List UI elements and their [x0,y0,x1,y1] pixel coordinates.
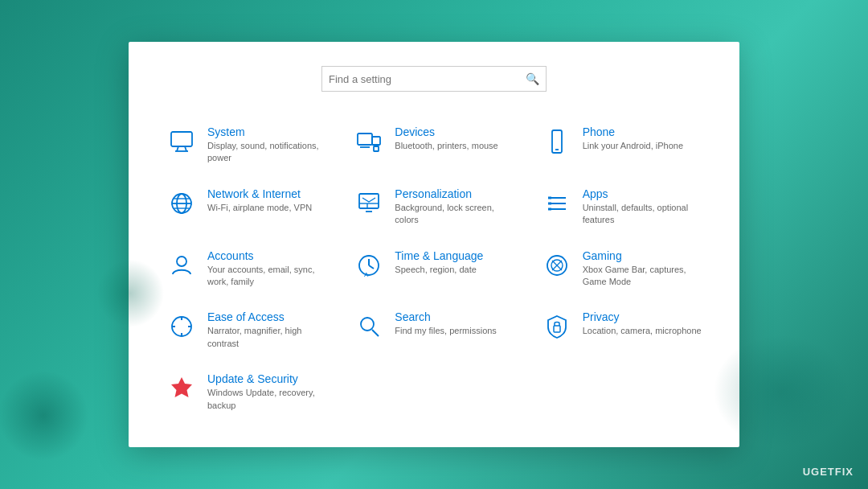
setting-title-personalization: Personalization [395,187,514,200]
setting-item-search[interactable]: SearchFind my files, permissions [340,299,527,361]
system-icon [166,125,198,158]
setting-item-privacy[interactable]: PrivacyLocation, camera, microphone [528,299,715,361]
svg-rect-4 [358,134,372,145]
setting-title-system: System [207,125,327,138]
setting-desc-personalization: Background, lock screen, colors [395,202,514,227]
svg-point-25 [177,257,186,266]
setting-desc-gaming: Xbox Game Bar, captures, Game Mode [583,264,702,289]
setting-item-apps[interactable]: AppsUninstall, defaults, optional featur… [528,176,715,238]
setting-item-ease[interactable]: Ease of AccessNarrator, magnifier, high … [153,299,340,361]
setting-text-ease: Ease of AccessNarrator, magnifier, high … [207,310,327,350]
setting-title-network: Network & Internet [207,187,312,200]
setting-desc-system: Display, sound, notifications, power [207,140,327,165]
setting-text-personalization: PersonalizationBackground, lock screen, … [395,187,514,227]
setting-item-personalization[interactable]: PersonalizationBackground, lock screen, … [340,176,527,238]
apps-icon [541,187,573,220]
setting-desc-privacy: Location, camera, microphone [583,325,702,337]
setting-item-devices[interactable]: DevicesBluetooth, printers, mouse [340,114,527,176]
setting-text-search: SearchFind my files, permissions [395,310,497,337]
setting-title-gaming: Gaming [583,249,702,262]
accounts-icon [166,249,198,281]
svg-rect-7 [374,146,379,151]
setting-text-privacy: PrivacyLocation, camera, microphone [583,310,702,337]
svg-rect-5 [372,137,380,145]
svg-text:A: A [364,271,369,278]
setting-title-accounts: Accounts [207,249,327,262]
setting-title-time: Time & Language [395,249,483,262]
svg-rect-15 [359,194,379,208]
setting-desc-update: Windows Update, recovery, backup [207,387,327,412]
search-icon [353,310,385,343]
setting-desc-search: Find my files, permissions [395,325,497,337]
setting-desc-network: Wi-Fi, airplane mode, VPN [207,202,312,214]
setting-title-apps: Apps [583,187,702,200]
setting-desc-devices: Bluetooth, printers, mouse [395,140,497,152]
setting-title-privacy: Privacy [583,310,702,323]
setting-item-phone[interactable]: PhoneLink your Android, iPhone [528,114,715,176]
time-icon: A [353,249,385,281]
network-icon [166,187,198,220]
svg-point-39 [361,318,374,331]
svg-rect-0 [171,132,192,146]
setting-text-system: SystemDisplay, sound, notifications, pow… [207,125,327,165]
watermark: UGETFIX [803,466,854,478]
svg-line-28 [369,265,374,269]
setting-desc-accounts: Your accounts, email, sync, work, family [207,264,327,289]
setting-text-devices: DevicesBluetooth, printers, mouse [395,125,497,152]
privacy-icon [541,310,573,343]
search-bar-container: 🔍 [153,66,715,92]
setting-title-ease: Ease of Access [207,310,327,323]
setting-title-search: Search [395,310,497,323]
setting-text-network: Network & InternetWi-Fi, airplane mode, … [207,187,312,214]
gaming-icon [541,249,573,281]
setting-item-network[interactable]: Network & InternetWi-Fi, airplane mode, … [153,176,340,238]
svg-rect-41 [554,326,560,332]
setting-desc-ease: Narrator, magnifier, high contrast [207,325,327,350]
settings-window: 🔍 SystemDisplay, sound, notifications, p… [129,42,739,447]
setting-item-update[interactable]: Update & SecurityWindows Update, recover… [153,361,340,423]
ease-icon [166,310,198,343]
update-icon [166,372,198,405]
setting-title-phone: Phone [583,125,683,138]
setting-desc-apps: Uninstall, defaults, optional features [583,202,702,227]
personalization-icon [353,187,385,220]
search-bar: 🔍 [321,66,547,92]
setting-text-gaming: GamingXbox Game Bar, captures, Game Mode [583,249,702,289]
setting-text-apps: AppsUninstall, defaults, optional featur… [583,187,702,227]
svg-marker-42 [171,377,192,397]
setting-item-accounts[interactable]: AccountsYour accounts, email, sync, work… [153,238,340,300]
setting-text-update: Update & SecurityWindows Update, recover… [207,372,327,412]
setting-title-update: Update & Security [207,372,327,385]
setting-item-system[interactable]: SystemDisplay, sound, notifications, pow… [153,114,340,176]
setting-item-gaming[interactable]: GamingXbox Game Bar, captures, Game Mode [528,238,715,300]
phone-icon [541,125,573,158]
setting-text-accounts: AccountsYour accounts, email, sync, work… [207,249,327,289]
setting-text-time: Time & LanguageSpeech, region, date [395,249,483,276]
setting-desc-time: Speech, region, date [395,264,483,276]
search-icon-button[interactable]: 🔍 [526,72,539,85]
setting-title-devices: Devices [395,125,497,138]
devices-icon [353,125,385,158]
setting-desc-phone: Link your Android, iPhone [583,140,683,152]
setting-text-phone: PhoneLink your Android, iPhone [583,125,683,152]
setting-item-time[interactable]: ATime & LanguageSpeech, region, date [340,238,527,300]
search-input[interactable] [329,73,526,85]
settings-grid: SystemDisplay, sound, notifications, pow… [153,114,715,423]
svg-line-40 [372,330,379,336]
